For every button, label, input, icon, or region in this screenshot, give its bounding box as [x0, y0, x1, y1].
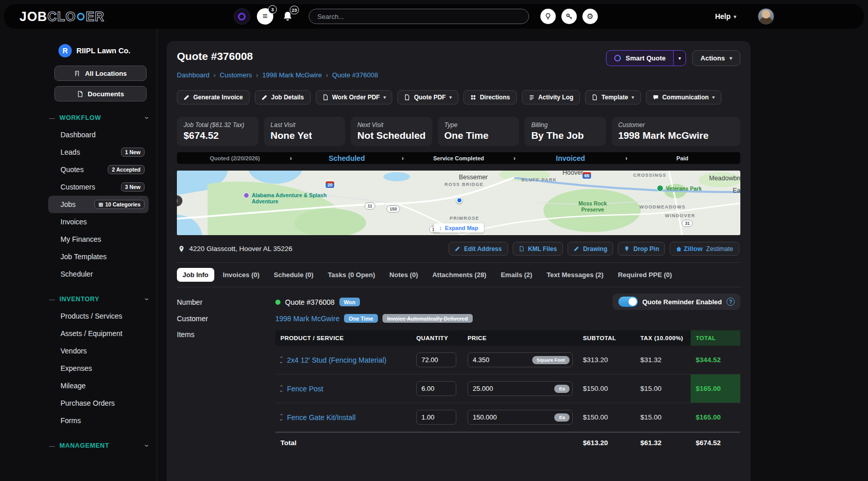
- sidebar-item-assets-equipment[interactable]: Assets / Equipment: [48, 325, 149, 342]
- template-button[interactable]: Template ▾: [585, 90, 640, 104]
- smart-quote-dropdown-button[interactable]: ▾: [673, 50, 686, 66]
- tab-tasks[interactable]: Tasks (0 Open): [322, 268, 380, 282]
- map-pin[interactable]: [456, 197, 462, 203]
- table-row: › › 2x4 12' Stud (Fencing Material) Squa…: [275, 346, 740, 374]
- drawing-button[interactable]: Drawing: [568, 242, 613, 256]
- company-logo: R: [58, 44, 72, 57]
- progress-step-scheduled[interactable]: Scheduled: [292, 154, 401, 162]
- sidebar-item-forms[interactable]: Forms: [48, 412, 149, 429]
- progress-step-service-completed[interactable]: Service Completed: [403, 155, 513, 161]
- drop-pin-button[interactable]: Drop Pin: [618, 242, 665, 256]
- quantity-input[interactable]: [416, 352, 456, 367]
- status-progress-bar: Quoted (2/20/2026) › Scheduled › Service…: [177, 152, 740, 164]
- total-label: Total: [275, 433, 411, 453]
- quantity-input[interactable]: [416, 381, 456, 396]
- product-link[interactable]: Fence Post: [287, 385, 324, 393]
- documents-button[interactable]: Documents: [54, 86, 147, 101]
- record-ring-button[interactable]: [234, 8, 250, 25]
- move-down-icon[interactable]: ›: [279, 362, 284, 364]
- tab-job-info[interactable]: Job Info: [177, 268, 214, 282]
- help-menu[interactable]: Help ▾: [715, 12, 736, 20]
- customer-link[interactable]: 1998 Mark McGwire: [275, 315, 339, 323]
- sidebar-item-scheduler[interactable]: Scheduler: [48, 265, 149, 283]
- tab-attachments[interactable]: Attachments (28): [427, 268, 492, 282]
- logo-text-light-2: ER: [86, 9, 105, 24]
- breadcrumb-link-customer[interactable]: 1998 Mark McGwire: [262, 71, 321, 79]
- help-question-icon[interactable]: ?: [726, 298, 735, 306]
- sidebar-item-expenses[interactable]: Expenses: [48, 360, 149, 377]
- search-input[interactable]: [309, 9, 529, 24]
- sidebar-item-vendors[interactable]: Vendors: [48, 342, 149, 360]
- sidebar-item-leads[interactable]: Leads1 New: [48, 143, 149, 161]
- communication-button[interactable]: Communication ▾: [646, 90, 721, 104]
- breadcrumb-link-quote[interactable]: Quote #376008: [332, 71, 378, 79]
- key-icon: [566, 13, 573, 20]
- tab-emails[interactable]: Emails (2): [495, 268, 538, 282]
- sidebar-item-purchase-orders[interactable]: Purchase Orders: [48, 394, 149, 412]
- section-workflow[interactable]: — WORKFLOW ›: [49, 114, 149, 122]
- quote-reminder-toggle[interactable]: [618, 297, 638, 307]
- sidebar-item-my-finances[interactable]: My Finances: [48, 231, 149, 248]
- workflow-nav: Dashboard Leads1 New Quotes2 Accepted Cu…: [48, 126, 149, 283]
- move-up-icon[interactable]: ›: [279, 385, 284, 387]
- edit-address-button[interactable]: Edit Address: [449, 242, 508, 256]
- generate-invoice-button[interactable]: Generate Invoice: [177, 90, 250, 104]
- tab-notes[interactable]: Notes (0): [384, 268, 424, 282]
- work-order-pdf-button[interactable]: Work Order PDF ▾: [316, 90, 393, 104]
- sidebar-item-invoices[interactable]: Invoices: [48, 213, 149, 231]
- table-row: › › Fence Gate Kit/Install Ea $150.00 $1…: [275, 403, 740, 432]
- move-up-icon[interactable]: ›: [279, 414, 284, 416]
- expand-map-button[interactable]: ↕ Expand Map: [433, 223, 483, 233]
- settings-button[interactable]: ⚙: [582, 9, 598, 24]
- sidebar-item-jobs[interactable]: Jobs⊞10 Categories: [48, 196, 149, 213]
- navbar-right: Help ▾: [715, 8, 774, 25]
- document-icon: [77, 91, 84, 97]
- notifications-button[interactable]: 23: [280, 9, 295, 24]
- ideas-button[interactable]: [540, 9, 556, 24]
- tab-schedule[interactable]: Schedule (0): [268, 268, 319, 282]
- app-logo[interactable]: JOBCLOER: [19, 9, 105, 24]
- product-link[interactable]: Fence Gate Kit/Install: [287, 413, 356, 422]
- move-down-icon[interactable]: ›: [279, 390, 284, 392]
- all-locations-button[interactable]: All Locations: [54, 66, 147, 81]
- caret-down-icon: ▾: [678, 55, 681, 61]
- map-label-eagle: Eagle: [733, 187, 740, 194]
- sidebar-item-mileage[interactable]: Mileage: [48, 377, 149, 394]
- job-details-button[interactable]: Job Details: [255, 90, 311, 104]
- company-row[interactable]: R RIIPL Lawn Co.: [48, 44, 149, 57]
- actions-button[interactable]: Actions ▾: [692, 50, 740, 66]
- section-inventory[interactable]: — INVENTORY ›: [49, 295, 149, 303]
- tab-invoices[interactable]: Invoices (0): [217, 268, 266, 282]
- quantity-input[interactable]: [416, 410, 456, 425]
- product-link[interactable]: 2x4 12' Stud (Fencing Material): [287, 356, 387, 364]
- directions-button[interactable]: Directions: [463, 90, 517, 104]
- activity-log-button[interactable]: Activity Log: [522, 90, 580, 104]
- quote-toolbar: Generate Invoice Job Details Work Order …: [177, 90, 740, 104]
- map-label-bluff-park: BLUFF PARK: [521, 177, 557, 182]
- kml-files-button[interactable]: KML Files: [513, 242, 563, 256]
- breadcrumb-link-dashboard[interactable]: Dashboard: [177, 71, 210, 79]
- progress-step-invoiced[interactable]: Invoiced: [516, 154, 625, 162]
- map[interactable]: Bessemer Hoover Meadowbrook Eagle ROSS B…: [177, 171, 740, 235]
- sidebar-item-quotes[interactable]: Quotes2 Accepted: [48, 161, 149, 178]
- pencil-icon: [455, 246, 460, 252]
- section-management[interactable]: — MANAGEMENT ›: [49, 442, 149, 450]
- address-row: 4220 Glasscott, Hoover AL 35226 Edit Add…: [177, 235, 740, 263]
- zillow-zestimate-button[interactable]: Zillow Zestimate: [670, 242, 739, 256]
- quote-pdf-button[interactable]: Quote PDF ▾: [397, 90, 458, 104]
- api-keys-button[interactable]: [561, 9, 577, 24]
- sidebar-item-dashboard[interactable]: Dashboard: [48, 126, 149, 143]
- progress-step-quoted[interactable]: Quoted (2/20/2026): [180, 155, 290, 161]
- tab-required-ppe[interactable]: Required PPE (0): [612, 268, 677, 282]
- smart-quote-button[interactable]: Smart Quote: [606, 50, 673, 66]
- task-menu-button[interactable]: ≡ 3: [257, 8, 273, 25]
- move-down-icon[interactable]: ›: [279, 419, 284, 421]
- breadcrumb-link-customers[interactable]: Customers: [220, 71, 252, 79]
- sidebar-item-job-templates[interactable]: Job Templates: [48, 248, 149, 265]
- move-up-icon[interactable]: ›: [279, 357, 284, 359]
- progress-step-paid[interactable]: Paid: [628, 155, 737, 161]
- tab-text-messages[interactable]: Text Messages (2): [541, 268, 609, 282]
- sidebar-item-products-services[interactable]: Products / Services: [48, 307, 149, 325]
- user-avatar[interactable]: [758, 8, 774, 25]
- sidebar-item-customers[interactable]: Customers3 New: [48, 178, 149, 196]
